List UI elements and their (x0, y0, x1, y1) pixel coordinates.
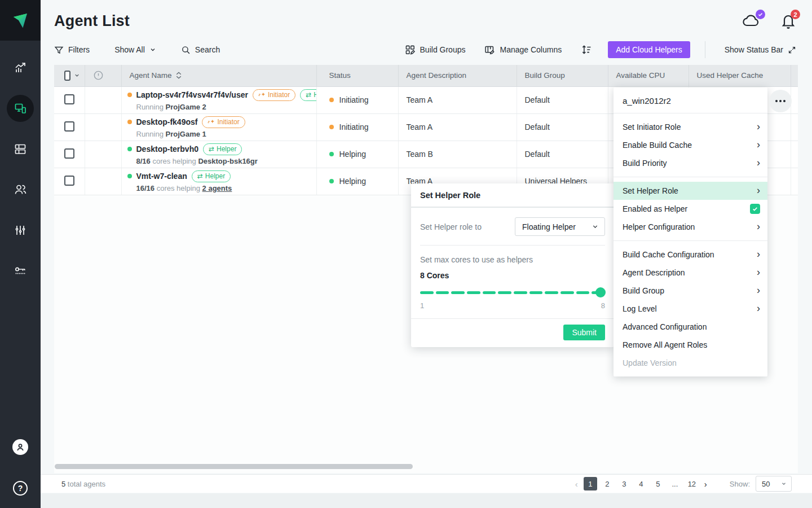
helper-badge: ⇄ Helper (192, 170, 231, 182)
slider-min-label: 1 (420, 301, 424, 310)
helper-badge-truncated: ⇄ Helper (300, 89, 316, 101)
helper-role-select[interactable]: Floating Helper (515, 217, 605, 236)
column-header-agent-name: Agent Name (130, 71, 172, 80)
sidebar-item-license[interactable] (7, 257, 34, 284)
initiator-badge: Initiator (253, 89, 295, 101)
agent-status-dot (127, 174, 132, 178)
menu-item-remove-all-agent-roles[interactable]: Remove All Agent Roles (614, 336, 767, 354)
build-groups-button[interactable]: Build Groups (405, 45, 466, 55)
table-header-row: Agent Name Status Agent Description Buil… (54, 65, 798, 86)
slider-track (420, 291, 605, 294)
agent-status-dot (127, 147, 132, 151)
row-checkbox[interactable] (64, 94, 74, 104)
builds-icon (14, 142, 27, 156)
row-checkbox[interactable] (64, 121, 74, 132)
dialog-title: Set Helper Role (411, 183, 614, 208)
page-size-select[interactable]: 50 (756, 476, 792, 492)
footer-bar: 5 total agents ‹ 1 2 3 4 5 ... 12 › Show… (41, 474, 812, 493)
show-all-dropdown[interactable]: Show All (114, 45, 156, 54)
swap-arrows-icon: ⇄ (197, 173, 203, 179)
submit-button[interactable]: Submit (563, 325, 605, 340)
status-text: Initiating (339, 122, 369, 132)
column-header-available-cpu: Available CPU (616, 71, 665, 80)
help-button[interactable]: ? (13, 481, 28, 496)
prev-page-button[interactable]: ‹ (573, 479, 580, 489)
agent-context-menu: a_win2012r2 Set Initiator Role› Enable B… (614, 87, 767, 376)
show-label: Show: (730, 480, 750, 488)
page-button-4[interactable]: 4 (634, 477, 648, 491)
menu-item-set-helper-role[interactable]: Set Helper Role› (614, 182, 767, 200)
cloud-status-button[interactable] (742, 14, 760, 29)
enabled-as-helper-checkbox[interactable] (750, 204, 760, 214)
bottom-strip (41, 493, 812, 508)
set-helper-role-dialog: Set Helper Role Set Helper role to Float… (411, 183, 614, 347)
agent-description: Team B (407, 150, 433, 159)
menu-item-helper-configuration[interactable]: Helper Configuration› (614, 218, 767, 236)
menu-item-agent-description[interactable]: Agent Description› (614, 264, 767, 282)
page-button-1[interactable]: 1 (584, 477, 597, 491)
sidebar-item-builds[interactable] (7, 135, 34, 163)
swap-arrows-icon: ⇄ (209, 146, 214, 152)
agent-status-dot (127, 93, 132, 97)
max-cores-label: Set max cores to use as helpers (420, 255, 605, 264)
helper-role-label: Set Helper role to (420, 222, 482, 231)
agent-subtitle: 16/16 cores helping 2 agents (127, 184, 316, 192)
menu-item-build-group[interactable]: Build Group› (614, 282, 767, 300)
slider-handle[interactable] (595, 287, 606, 297)
search-button[interactable]: Search (181, 45, 220, 55)
menu-item-build-priority[interactable]: Build Priority› (614, 154, 767, 172)
agent-subtitle: Running ProjGame 2 (127, 103, 316, 111)
row-checkbox[interactable] (64, 148, 74, 159)
key-icon (14, 264, 27, 278)
chevron-down-icon (149, 46, 156, 53)
users-icon (14, 183, 27, 196)
menu-item-advanced-configuration[interactable]: Advanced Configuration (614, 318, 767, 336)
toolbar-divider (705, 41, 705, 58)
menu-item-set-initiator-role[interactable]: Set Initiator Role› (614, 118, 767, 136)
menu-item-build-cache-configuration[interactable]: Build Cache Configuration› (614, 246, 767, 264)
page-button-3[interactable]: 3 (617, 477, 631, 491)
next-page-button[interactable]: › (702, 479, 709, 489)
agent-name: Laptop-sv4r7f4vsv4r7f4v/user (136, 90, 248, 99)
select-menu-chevron-icon[interactable] (74, 72, 80, 78)
sidebar-item-users[interactable] (7, 176, 34, 203)
slider-range-labels: 1 8 (420, 301, 605, 310)
agents-icon (14, 102, 27, 115)
menu-item-log-level[interactable]: Log Level› (614, 300, 767, 318)
menu-item-enabled-as-helper[interactable]: Enabled as Helper (614, 200, 767, 218)
sidebar-item-analytics[interactable] (7, 54, 34, 81)
chevron-right-icon: › (757, 121, 760, 132)
user-avatar[interactable] (12, 439, 28, 455)
chevron-right-icon: › (757, 185, 760, 195)
cores-slider[interactable] (420, 287, 605, 297)
build-group-value: Default (525, 122, 550, 132)
chevron-right-icon: › (757, 139, 760, 150)
menu-item-enable-build-cache[interactable]: Enable Build Cache› (614, 136, 767, 154)
sort-column-icon[interactable] (176, 72, 182, 79)
select-all-checkbox[interactable] (64, 71, 70, 81)
sort-order-button[interactable] (581, 44, 592, 55)
incredibuild-logo[interactable] (0, 0, 41, 41)
agent-name: Vmt-w7-clean (136, 172, 187, 181)
sidebar-item-settings[interactable] (7, 217, 34, 244)
page-button-12[interactable]: 12 (685, 477, 699, 491)
row-actions-button[interactable] (769, 90, 792, 112)
row-checkbox[interactable] (64, 176, 74, 186)
helped-agents-link[interactable]: 2 agents (202, 184, 232, 192)
build-group-value: Default (525, 95, 550, 104)
manage-columns-button[interactable]: Manage Columns (484, 45, 562, 55)
filters-button[interactable]: Filters (54, 45, 90, 55)
agent-name: Desktop-terbvh0 (136, 144, 198, 154)
page-button-5[interactable]: 5 (651, 477, 665, 491)
manage-columns-icon (484, 45, 495, 55)
add-cloud-helpers-button[interactable]: Add Cloud Helpers (608, 41, 690, 58)
horizontal-scrollbar[interactable] (55, 464, 413, 469)
show-status-bar-button[interactable]: Show Status Bar (725, 45, 796, 54)
page-button-2[interactable]: 2 (601, 477, 614, 491)
notifications-button[interactable]: 2 (782, 14, 795, 29)
helper-badge: ⇄ Helper (203, 143, 242, 155)
column-header-used-helper-cache: Used Helper Cache (697, 71, 764, 80)
column-header-build-group: Build Group (525, 71, 565, 80)
sidebar-item-agents[interactable] (7, 95, 34, 122)
chevron-right-icon: › (757, 249, 760, 259)
